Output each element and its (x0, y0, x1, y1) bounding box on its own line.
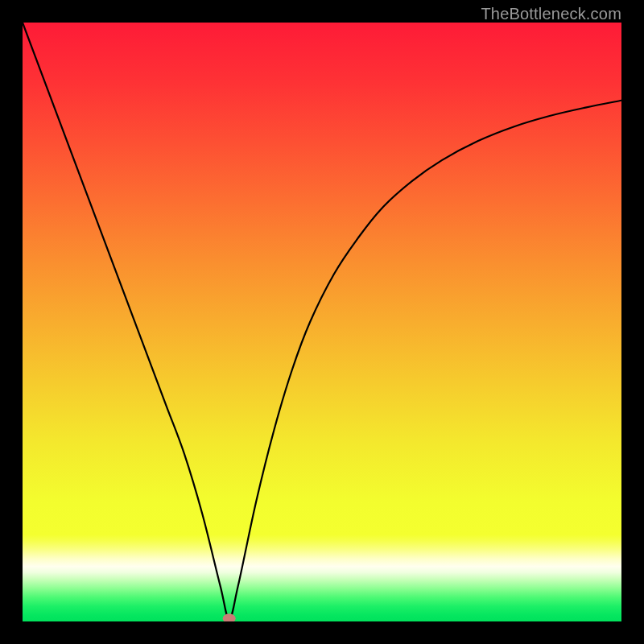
watermark-text: TheBottleneck.com (481, 5, 621, 23)
bottleneck-curve (23, 23, 621, 618)
chart-frame: TheBottleneck.com (0, 0, 644, 644)
curve-layer (23, 23, 621, 621)
plot-area (23, 23, 621, 621)
optimal-point-marker (223, 613, 236, 621)
